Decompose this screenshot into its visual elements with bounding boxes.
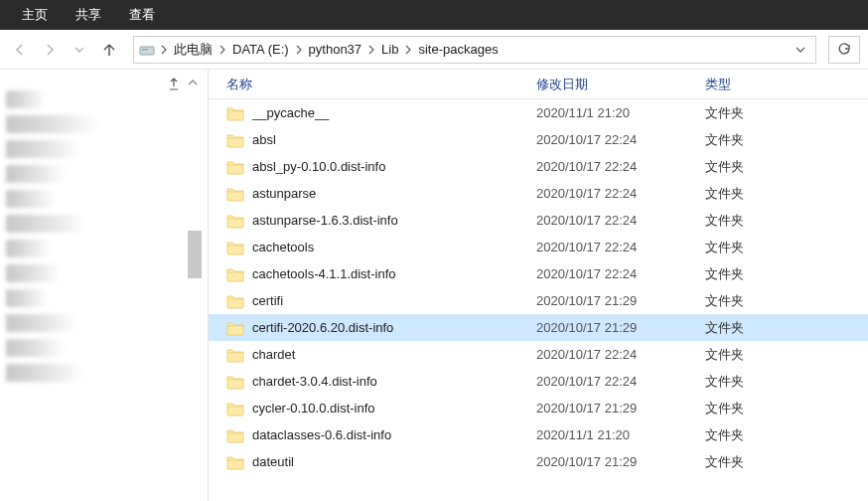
file-date: 2020/11/1 21:20: [536, 105, 705, 120]
address-bar[interactable]: 此电脑 DATA (E:) python37 Lib site-packages: [133, 36, 816, 64]
folder-icon: [226, 454, 244, 470]
nav-forward-button[interactable]: [38, 38, 62, 62]
file-type: 文件夹: [705, 239, 868, 256]
file-name: absl: [252, 132, 276, 147]
file-date: 2020/10/17 22:24: [536, 132, 705, 147]
nav-up-button[interactable]: [97, 38, 121, 62]
svg-rect-0: [140, 47, 154, 55]
file-name: certifi-2020.6.20.dist-info: [252, 320, 393, 335]
breadcrumb-item[interactable]: Lib: [377, 37, 402, 63]
file-name: dataclasses-0.6.dist-info: [252, 427, 391, 442]
file-type: 文件夹: [705, 265, 868, 283]
file-type: 文件夹: [705, 131, 868, 149]
column-header-name[interactable]: 名称: [209, 76, 536, 93]
table-row[interactable]: cachetools-4.1.1.dist-info2020/10/17 22:…: [209, 260, 868, 287]
table-row[interactable]: cachetools2020/10/17 22:24文件夹: [209, 234, 868, 260]
breadcrumb-item[interactable]: 此电脑: [170, 37, 217, 63]
file-name: cycler-0.10.0.dist-info: [252, 401, 375, 416]
chevron-right-icon[interactable]: [293, 45, 305, 55]
scroll-up-icon[interactable]: [188, 76, 198, 90]
table-row[interactable]: chardet2020/10/17 22:24文件夹: [209, 341, 868, 368]
column-header-type[interactable]: 类型: [705, 76, 868, 93]
table-row[interactable]: absl2020/10/17 22:24文件夹: [209, 126, 868, 153]
folder-icon: [226, 293, 244, 309]
table-row[interactable]: dateutil2020/10/17 21:29文件夹: [209, 448, 868, 475]
file-name: certifi: [252, 293, 283, 308]
table-row[interactable]: astunparse-1.6.3.dist-info2020/10/17 22:…: [209, 207, 868, 234]
folder-icon: [226, 240, 244, 255]
ribbon-tab-view[interactable]: 查看: [129, 6, 155, 24]
file-name: dateutil: [252, 454, 294, 469]
table-row[interactable]: astunparse2020/10/17 22:24文件夹: [209, 180, 868, 207]
file-type: 文件夹: [705, 426, 868, 444]
nav-recent-dropdown[interactable]: [68, 38, 91, 62]
chevron-right-icon[interactable]: [158, 45, 170, 55]
file-type: 文件夹: [705, 185, 868, 203]
file-date: 2020/11/1 21:20: [536, 427, 705, 442]
folder-icon: [226, 401, 244, 417]
chevron-right-icon[interactable]: [217, 45, 228, 55]
chevron-right-icon[interactable]: [365, 45, 377, 55]
folder-icon: [226, 266, 244, 282]
file-name: cachetools: [252, 240, 314, 254]
chevron-right-icon[interactable]: [402, 45, 414, 55]
folder-icon: [226, 105, 244, 121]
file-type: 文件夹: [705, 158, 868, 176]
folder-icon: [226, 320, 244, 336]
address-bar-row: 此电脑 DATA (E:) python37 Lib site-packages: [0, 30, 868, 70]
drive-icon: [138, 41, 156, 59]
file-date: 2020/10/17 21:29: [536, 454, 705, 469]
address-dropdown-button[interactable]: [790, 37, 811, 63]
folder-icon: [226, 159, 244, 175]
file-type: 文件夹: [705, 212, 868, 230]
table-row[interactable]: chardet-3.0.4.dist-info2020/10/17 22:24文…: [209, 368, 868, 395]
table-row[interactable]: absl_py-0.10.0.dist-info2020/10/17 22:24…: [209, 153, 868, 180]
navigation-pane[interactable]: [0, 70, 209, 501]
table-row[interactable]: certifi2020/10/17 21:29文件夹: [209, 287, 868, 314]
ribbon-bar: 主页 共享 查看: [0, 0, 868, 30]
folder-icon: [226, 374, 244, 390]
breadcrumb-item[interactable]: site-packages: [414, 37, 502, 63]
scrollbar-thumb[interactable]: [188, 231, 202, 278]
file-type: 文件夹: [705, 346, 868, 364]
table-row[interactable]: cycler-0.10.0.dist-info2020/10/17 21:29文…: [209, 395, 868, 421]
file-date: 2020/10/17 22:24: [536, 374, 705, 389]
column-header-row: 名称 修改日期 类型: [209, 70, 868, 99]
sidebar-scrollbar[interactable]: [188, 91, 202, 501]
file-date: 2020/10/17 22:24: [536, 240, 705, 254]
file-list[interactable]: __pycache__2020/11/1 21:20文件夹absl2020/10…: [209, 99, 868, 475]
folder-icon: [226, 132, 244, 148]
breadcrumb-item[interactable]: DATA (E:): [228, 37, 293, 63]
ribbon-tab-home[interactable]: 主页: [22, 6, 48, 24]
file-name: astunparse: [252, 186, 316, 201]
ribbon-tab-share[interactable]: 共享: [75, 6, 101, 24]
file-date: 2020/10/17 22:24: [536, 266, 705, 281]
file-list-pane: 名称 修改日期 类型 __pycache__2020/11/1 21:20文件夹…: [209, 70, 868, 501]
file-name: __pycache__: [252, 105, 329, 120]
file-type: 文件夹: [705, 400, 868, 418]
file-type: 文件夹: [705, 373, 868, 391]
breadcrumb-item[interactable]: python37: [305, 37, 366, 63]
file-name: chardet: [252, 347, 295, 362]
folder-icon: [226, 186, 244, 202]
table-row[interactable]: __pycache__2020/11/1 21:20文件夹: [209, 99, 868, 126]
nav-back-button[interactable]: [8, 38, 32, 62]
column-header-date[interactable]: 修改日期: [536, 76, 705, 93]
file-date: 2020/10/17 21:29: [536, 293, 705, 308]
sidebar-tree: [0, 70, 179, 501]
file-type: 文件夹: [705, 319, 868, 337]
file-type: 文件夹: [705, 292, 868, 310]
table-row[interactable]: dataclasses-0.6.dist-info2020/11/1 21:20…: [209, 421, 868, 448]
file-name: absl_py-0.10.0.dist-info: [252, 159, 385, 174]
refresh-button[interactable]: [828, 36, 860, 64]
file-type: 文件夹: [705, 453, 868, 471]
svg-rect-1: [142, 49, 148, 51]
file-date: 2020/10/17 22:24: [536, 347, 705, 362]
folder-icon: [226, 427, 244, 443]
file-date: 2020/10/17 22:24: [536, 213, 705, 228]
file-name: chardet-3.0.4.dist-info: [252, 374, 377, 389]
folder-icon: [226, 347, 244, 363]
table-row[interactable]: certifi-2020.6.20.dist-info2020/10/17 21…: [209, 314, 868, 341]
file-name: astunparse-1.6.3.dist-info: [252, 213, 398, 228]
folder-icon: [226, 213, 244, 229]
